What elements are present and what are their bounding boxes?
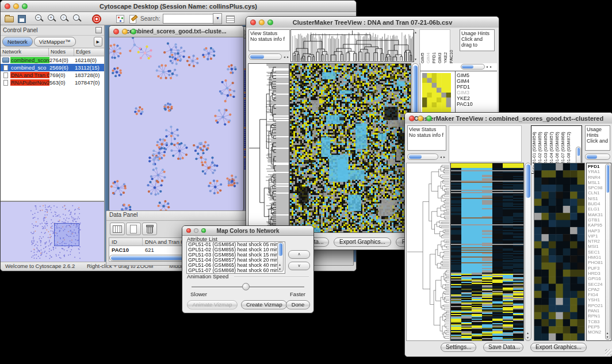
scrollbar-thumb[interactable] <box>409 155 422 159</box>
scroll-left-icon[interactable]: ◂ <box>486 65 488 68</box>
minimize-button[interactable] <box>418 116 423 121</box>
animate-vizmap-button[interactable]: Animate Vizmap <box>187 300 238 309</box>
close-button[interactable] <box>250 20 256 25</box>
scroll-right-icon[interactable]: ▸ <box>490 65 492 68</box>
move-up-button[interactable]: ∧ <box>288 250 310 259</box>
zoom-selected-icon[interactable]: ▫ <box>60 14 70 24</box>
tv2-column-dendrogram[interactable] <box>449 125 522 162</box>
scroll-up-icon[interactable]: ▴ <box>607 331 609 335</box>
tv1-export-graphics-button[interactable]: Export Graphics... <box>334 237 391 247</box>
window-controls[interactable] <box>1 3 28 9</box>
scroll-left-icon[interactable]: ◂ <box>440 155 442 159</box>
float-panel-icon[interactable] <box>95 27 102 33</box>
zoom-button[interactable] <box>267 20 273 25</box>
gene-label[interactable]: PFD1 <box>456 84 496 90</box>
done-button[interactable]: Done <box>286 300 310 309</box>
scrollbar-thumb[interactable] <box>278 243 282 256</box>
zoom-out-icon[interactable]: − <box>35 14 44 24</box>
scroll-up-icon[interactable]: ▴ <box>279 263 281 266</box>
tv1-status-scrollbar[interactable] <box>248 53 282 60</box>
header-network[interactable]: Network <box>1 48 49 56</box>
scroll-down-icon[interactable]: ▾ <box>415 58 416 61</box>
tv2-row-dendrogram[interactable] <box>406 163 450 341</box>
network-graph-canvas[interactable] <box>109 37 242 210</box>
zoom-fit-icon[interactable]: · <box>72 14 82 24</box>
search-input[interactable] <box>163 14 213 24</box>
tv1-row-dendrogram[interactable] <box>248 63 289 233</box>
attribute-list-scrollbar[interactable]: ▴ ▾ <box>277 242 284 272</box>
tv2-heatmap-vscrollbar[interactable]: ▴ ▾ <box>525 163 531 341</box>
vizmapper-icon[interactable] <box>115 14 125 24</box>
tabs-overflow-button[interactable]: ▶ <box>94 37 102 47</box>
search-dropdown-icon[interactable]: ▼ <box>213 13 222 24</box>
tv2-heatmap[interactable] <box>450 163 524 341</box>
gene-label[interactable]: PAC10 <box>456 101 496 107</box>
tv1-heatmap[interactable] <box>289 63 411 233</box>
help-icon[interactable] <box>91 14 101 24</box>
attribute-list-item[interactable]: GPL51-07 (GSM868) heat shock 60 min <box>187 268 285 273</box>
tv1-titlebar[interactable]: ClusterMaker TreeView : DNA and Tran 07-… <box>246 17 499 28</box>
zoom-button[interactable] <box>131 29 136 35</box>
scroll-left-icon[interactable]: ◂ <box>284 55 285 59</box>
scrollbar-thumb[interactable] <box>250 55 264 59</box>
dialog-titlebar[interactable]: Map Colors to Network <box>182 226 313 236</box>
close-button[interactable] <box>186 228 191 233</box>
tv1-column-dendrogram[interactable] <box>290 29 414 62</box>
new-attribute-icon[interactable] <box>126 223 141 235</box>
tv2-titlebar[interactable]: ClusterMaker TreeView : combined_scores_… <box>405 113 612 124</box>
main-titlebar[interactable]: Cytoscape Desktop (Session Name: collins… <box>1 1 356 12</box>
scrollbar-thumb[interactable] <box>606 165 609 193</box>
gene-label[interactable]: GIM5 <box>456 72 496 78</box>
scroll-down-icon[interactable]: ▾ <box>279 267 281 271</box>
resize-grip[interactable] <box>605 349 611 355</box>
close-button[interactable] <box>409 116 415 121</box>
open-file-icon[interactable] <box>4 14 14 24</box>
minimize-button[interactable] <box>259 20 265 25</box>
scrollbar-thumb[interactable] <box>587 155 597 159</box>
minimize-button[interactable] <box>13 3 19 9</box>
tv1-zoom-heatmap[interactable] <box>422 73 452 113</box>
tv1-zoom-hscrollbar[interactable] <box>461 64 485 70</box>
header-edges[interactable]: Edges <box>74 48 104 56</box>
tv2-genelist-scrollbar[interactable]: ▴ ▾ <box>605 164 610 340</box>
tv2-export-graphics-button[interactable]: Export Graphics... <box>530 343 587 352</box>
scroll-down-icon[interactable]: ▾ <box>607 335 609 339</box>
header-nodes[interactable]: Nodes <box>49 48 74 56</box>
gene-label[interactable]: YKE2 <box>456 95 496 101</box>
network-row[interactable]: combined_sco2569(6)13112(15) <box>1 64 104 71</box>
scrollbar-thumb[interactable] <box>577 148 580 156</box>
birds-eye-view[interactable] <box>1 201 104 262</box>
scroll-down-icon[interactable]: ▾ <box>527 336 529 339</box>
close-button[interactable] <box>5 3 10 9</box>
network-row[interactable]: DNA and Tran 07769(0)183728(0) <box>1 71 104 79</box>
network-row[interactable]: RNAPuberNov2+563(0)107847(0) <box>1 79 104 86</box>
tab-vizmapper[interactable]: VizMapper™ <box>34 37 76 47</box>
scroll-right-icon[interactable]: ▸ <box>287 55 289 59</box>
minimize-button[interactable] <box>122 29 128 35</box>
tv2-settings-button[interactable]: Settings... <box>441 343 476 352</box>
tv2-hints-scrollbar[interactable] <box>585 154 610 160</box>
zoom-button[interactable] <box>201 228 206 233</box>
move-down-button[interactable]: ∨ <box>288 262 310 270</box>
delete-attribute-icon[interactable] <box>142 223 157 235</box>
gene-label[interactable]: GIM4 <box>456 78 496 84</box>
zoom-button[interactable] <box>426 116 432 121</box>
gene-label[interactable]: GIM3 <box>456 90 496 95</box>
slider-thumb[interactable] <box>242 283 250 290</box>
attribute-table-icon[interactable] <box>225 14 235 24</box>
network-row[interactable]: combined_scores2764(0)16218(0) <box>1 56 104 64</box>
scroll-up-icon[interactable]: ▴ <box>415 30 416 34</box>
tv2-save-data-button[interactable]: Save Data... <box>483 343 523 352</box>
zoom-button[interactable] <box>22 3 28 9</box>
close-button[interactable] <box>113 29 119 35</box>
select-attributes-icon[interactable] <box>110 223 125 235</box>
scrollbar-thumb[interactable] <box>526 164 530 198</box>
minimize-button[interactable] <box>194 228 198 233</box>
annotation-icon[interactable] <box>128 14 137 24</box>
scroll-up-icon[interactable]: ▴ <box>527 331 529 335</box>
save-icon[interactable] <box>17 14 26 24</box>
tv2-zoom-heatmap[interactable] <box>534 163 585 341</box>
tv2-status-scrollbar[interactable] <box>407 154 438 160</box>
scroll-right-icon[interactable]: ▸ <box>443 155 445 159</box>
network-window-titlebar[interactable]: combined_scores_good.txt--cluste... <box>109 26 243 37</box>
